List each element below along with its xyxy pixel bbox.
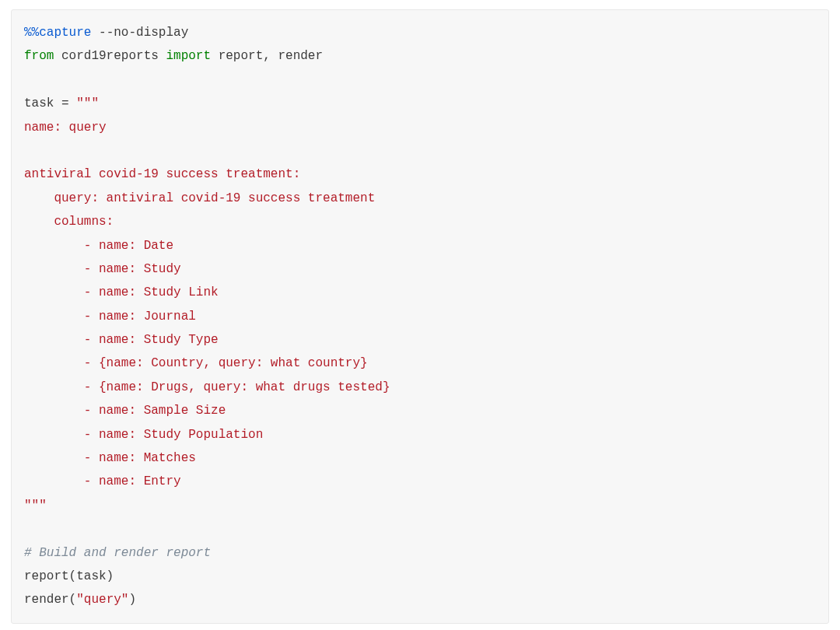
code-token-ident: cord19reports bbox=[54, 49, 166, 63]
code-token-string: - {name: Drugs, query: what drugs tested… bbox=[24, 380, 390, 394]
code-token-string: "query" bbox=[76, 593, 128, 607]
code-token-string: antiviral covid-19 success treatment: bbox=[24, 167, 300, 181]
code-token-string: """ bbox=[69, 96, 99, 110]
code-token-string: - name: Study Type bbox=[24, 333, 219, 347]
code-token-keyword: from bbox=[24, 49, 54, 63]
code-token-ident: report, render bbox=[211, 49, 323, 63]
code-token-string: """ bbox=[24, 499, 47, 513]
code-token-string: - {name: Country, query: what country} bbox=[24, 356, 368, 370]
code-token-call: report(task) bbox=[24, 569, 114, 583]
code-cell[interactable]: %%capture --no-display from cord19report… bbox=[11, 9, 829, 624]
code-token-flag: --no-display bbox=[91, 26, 188, 40]
code-token-string: - name: Study Population bbox=[24, 428, 263, 442]
code-token-string: - name: Date bbox=[24, 239, 173, 253]
code-token-ident: task bbox=[24, 96, 61, 110]
code-token-magic: %%capture bbox=[24, 26, 91, 40]
code-token-operator: = bbox=[61, 96, 69, 110]
code-token-string: - name: Journal bbox=[24, 310, 196, 324]
code-token-string: columns: bbox=[24, 215, 114, 229]
code-token-string: - name: Entry bbox=[24, 474, 181, 488]
code-token-call: render( bbox=[24, 593, 76, 607]
code-token-string: name: query bbox=[24, 121, 107, 135]
code-token-string: - name: Study bbox=[24, 262, 181, 276]
code-token-string: - name: Study Link bbox=[24, 285, 219, 299]
code-token-keyword: import bbox=[166, 49, 211, 63]
code-token-string: - name: Matches bbox=[24, 451, 196, 465]
code-block[interactable]: %%capture --no-display from cord19report… bbox=[24, 21, 816, 612]
code-token-comment: # Build and render report bbox=[24, 546, 211, 560]
code-token-string: query: antiviral covid-19 success treatm… bbox=[24, 191, 375, 205]
code-token-string: - name: Sample Size bbox=[24, 404, 226, 418]
code-token-call: ) bbox=[128, 593, 136, 607]
